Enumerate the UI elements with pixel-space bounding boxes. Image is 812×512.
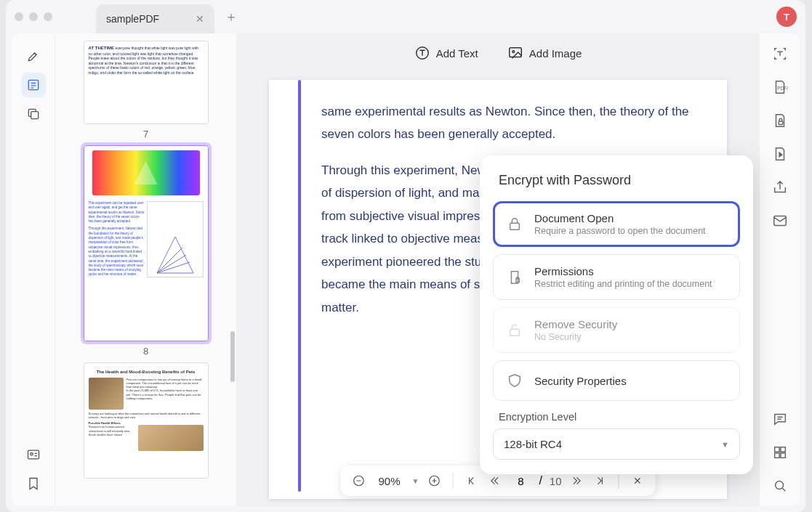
encrypt-panel: Encrypt with Password Document Open Requ…: [480, 155, 753, 474]
svg-rect-26: [510, 223, 520, 229]
comments-icon[interactable]: [770, 409, 790, 429]
pdf-a-icon[interactable]: PDF/A: [770, 77, 790, 97]
text-annotation-tool[interactable]: [21, 73, 46, 97]
option-remove-security: Remove Security No Security: [493, 307, 740, 353]
svg-point-6: [30, 453, 32, 455]
encryption-level-select[interactable]: 128-bit RC4 ▼: [493, 428, 740, 460]
chevron-down-icon: ▼: [721, 440, 729, 449]
add-text-button[interactable]: Add Text: [414, 45, 478, 61]
grid-view-icon[interactable]: [770, 442, 790, 463]
insert-toolbar: Add Text Add Image: [237, 33, 759, 73]
svg-rect-23: [780, 453, 784, 458]
svg-rect-21: [780, 447, 784, 452]
thumbnail-scrollbar[interactable]: [230, 331, 235, 382]
new-tab-button[interactable]: ＋: [225, 8, 238, 25]
lock-icon: [505, 215, 524, 234]
permissions-icon: [505, 268, 524, 287]
zoom-dropdown-icon[interactable]: ▼: [411, 477, 419, 485]
ocr-icon[interactable]: [770, 44, 790, 64]
shield-icon: [505, 371, 524, 390]
svg-rect-22: [774, 453, 779, 458]
zoom-out-button[interactable]: [350, 473, 366, 489]
search-icon[interactable]: [770, 476, 790, 496]
page-separator: /: [539, 474, 542, 487]
slideshow-icon[interactable]: [770, 144, 790, 164]
add-image-button[interactable]: Add Image: [507, 45, 582, 61]
thumbnail-number: 8: [143, 346, 148, 357]
next-page-button[interactable]: [569, 473, 585, 489]
option-permissions[interactable]: Permissions Restrict editing and printin…: [493, 254, 740, 300]
svg-line-25: [782, 488, 785, 491]
prev-page-button[interactable]: [486, 473, 502, 489]
diagram-thumbnail: [147, 201, 203, 277]
cat-image: [89, 378, 124, 410]
svg-point-24: [775, 481, 783, 489]
encryption-level-label: Encryption Level: [499, 411, 734, 423]
page-total: 10: [550, 475, 562, 487]
document-tab[interactable]: samplePDF ✕: [96, 4, 214, 33]
thumbnail-page-9[interactable]: The Health and Mood-Boosting Benefits of…: [84, 362, 209, 479]
first-page-button[interactable]: [463, 473, 479, 489]
svg-rect-5: [28, 450, 39, 459]
share-icon[interactable]: [770, 177, 790, 198]
left-tool-rail: [12, 33, 55, 506]
svg-rect-4: [31, 112, 38, 119]
svg-rect-17: [773, 216, 786, 226]
maximize-window[interactable]: [44, 12, 52, 21]
minimize-window[interactable]: [29, 12, 38, 21]
email-icon[interactable]: [770, 211, 790, 231]
close-window[interactable]: [15, 12, 23, 21]
close-tab-icon[interactable]: ✕: [196, 13, 204, 25]
paragraph: same experimental results as Newton. Sin…: [321, 100, 692, 146]
thumbnail-page-8[interactable]: This experiment can be repeated over and…: [84, 145, 209, 341]
zoom-value: 90%: [374, 475, 404, 487]
highlighter-tool[interactable]: [21, 44, 46, 68]
close-bar-button[interactable]: ✕: [630, 473, 646, 489]
right-tool-rail: PDF/A: [759, 33, 800, 506]
tab-title: samplePDF: [106, 13, 159, 25]
user-avatar[interactable]: T: [776, 7, 797, 27]
encrypt-icon[interactable]: [770, 110, 790, 131]
dog-image: [138, 425, 204, 451]
titlebar: samplePDF ✕ ＋ T: [6, 0, 805, 33]
svg-rect-27: [510, 329, 520, 336]
copy-tool[interactable]: [21, 102, 46, 126]
thumbnail-panel: AT THETIME everyone thought that white l…: [55, 33, 237, 506]
svg-text:PDF/A: PDF/A: [777, 86, 788, 91]
selection-indicator: [298, 80, 301, 492]
bookmark-tool[interactable]: [21, 471, 46, 496]
last-page-button[interactable]: [592, 473, 608, 489]
thumbnail-page-7[interactable]: AT THETIME everyone thought that white l…: [84, 41, 209, 124]
page-number-input[interactable]: [510, 475, 531, 487]
zoom-in-button[interactable]: [426, 473, 442, 489]
svg-point-9: [512, 51, 515, 53]
contact-card-tool[interactable]: [21, 442, 46, 467]
svg-rect-20: [774, 447, 779, 452]
unlock-icon: [505, 321, 524, 340]
window-controls: [15, 12, 52, 21]
prism-image: [92, 150, 200, 195]
svg-rect-16: [779, 121, 783, 125]
thumbnail-number: 7: [143, 129, 148, 139]
option-security-properties[interactable]: Security Properties: [493, 360, 740, 401]
panel-title: Encrypt with Password: [499, 173, 734, 188]
option-document-open[interactable]: Document Open Require a password to open…: [493, 201, 740, 247]
